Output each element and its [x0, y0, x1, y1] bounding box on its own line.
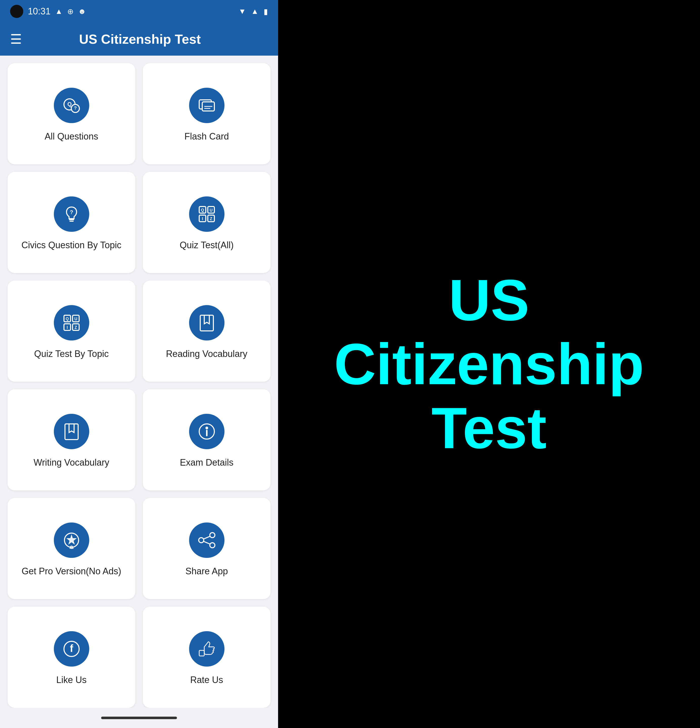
writing-vocabulary-icon-circle	[54, 414, 89, 449]
svg-text:I: I	[67, 325, 68, 329]
svg-rect-43	[199, 650, 204, 656]
writing-vocabulary-label: Writing Vocabulary	[33, 457, 109, 469]
grid-item-writing-vocabulary[interactable]: Writing Vocabulary	[7, 389, 135, 490]
reading-vocabulary-label: Reading Vocabulary	[166, 348, 247, 360]
grid-item-facebook[interactable]: f Like Us	[7, 607, 135, 708]
star-badge-icon	[61, 530, 82, 550]
menu-grid: Q ? All Questions Flash Card	[0, 56, 278, 708]
civics-icon-circle: ?	[54, 196, 89, 232]
svg-text:f: f	[70, 643, 73, 654]
exam-details-label: Exam Details	[180, 457, 233, 469]
grid-item-rate-us[interactable]: Rate Us	[143, 607, 270, 708]
svg-text:Q: Q	[67, 101, 72, 107]
svg-point-37	[199, 538, 204, 543]
app-title: US Citizenship Test	[32, 32, 248, 47]
exam-details-icon-circle	[189, 414, 224, 449]
quiz-test-all-icon-circle: Q U I Z	[189, 196, 224, 232]
quiz-test-by-topic-icon-circle: Q U I Z	[54, 305, 89, 341]
thumbs-up-icon	[197, 639, 217, 659]
info-circle-icon	[197, 421, 217, 442]
grid-item-get-pro-version[interactable]: Get Pro Version(No Ads)	[7, 498, 135, 599]
svg-text:U: U	[210, 208, 213, 212]
svg-text:U: U	[74, 317, 77, 321]
flash-card-icon	[197, 95, 217, 116]
svg-text:Q: Q	[65, 317, 68, 321]
grid-item-quiz-test-all[interactable]: Q U I Z Quiz Test(All)	[143, 172, 270, 273]
svg-line-39	[204, 536, 210, 539]
svg-rect-28	[65, 424, 78, 439]
svg-text:?: ?	[70, 209, 73, 215]
home-indicator	[101, 716, 177, 719]
grid-item-all-questions[interactable]: Q ? All Questions	[7, 63, 135, 164]
wifi-icon: ▼	[239, 7, 246, 16]
facebook-icon-circle: f	[54, 631, 89, 667]
person-icon: ☻	[78, 7, 86, 16]
grid-item-reading-vocabulary[interactable]: Reading Vocabulary	[143, 280, 270, 382]
svg-marker-33	[67, 535, 76, 544]
chat-question-icon: Q ?	[61, 95, 82, 116]
reading-vocabulary-icon-circle	[189, 305, 224, 341]
share-icon	[197, 530, 217, 550]
svg-text:Z: Z	[210, 217, 213, 221]
camera-dot	[10, 5, 23, 18]
svg-text:I: I	[202, 217, 203, 221]
facebook-icon: f	[61, 639, 82, 659]
big-title: USCitizenshipTest	[319, 268, 659, 460]
signal-icon: ▲	[251, 7, 259, 16]
antenna-icon: ⊕	[67, 7, 74, 16]
alert-icon: ▲	[55, 7, 63, 16]
grid-item-share-app[interactable]: Share App	[143, 498, 270, 599]
hamburger-menu-icon[interactable]: ☰	[10, 32, 22, 47]
status-time: 10:31	[28, 6, 51, 17]
grid-item-civics-question-by-topic[interactable]: ? Civics Question By Topic	[7, 172, 135, 273]
rate-us-label: Rate Us	[190, 674, 223, 686]
svg-point-38	[210, 543, 215, 548]
right-panel: USCitizenshipTest	[278, 0, 700, 728]
civics-question-by-topic-label: Civics Question By Topic	[22, 239, 121, 251]
get-pro-version-icon-circle	[54, 523, 89, 558]
battery-icon: ▮	[264, 7, 268, 16]
flash-card-icon-circle	[189, 88, 224, 123]
quiz-test-all-label: Quiz Test(All)	[180, 239, 234, 251]
quiz-grid-all-icon: Q U I Z	[197, 204, 217, 224]
share-app-icon-circle	[189, 523, 224, 558]
svg-rect-27	[200, 315, 213, 331]
all-questions-icon-circle: Q ?	[54, 88, 89, 123]
svg-text:?: ?	[74, 105, 77, 111]
bookmark-book-write-icon	[61, 421, 82, 442]
app-bar: ☰ US Citizenship Test	[0, 23, 278, 56]
svg-point-36	[210, 533, 215, 538]
svg-text:Q: Q	[201, 208, 204, 212]
svg-line-40	[204, 542, 210, 544]
svg-text:Z: Z	[75, 325, 77, 329]
grid-item-flash-card[interactable]: Flash Card	[143, 63, 270, 164]
share-app-label: Share App	[185, 565, 228, 577]
bookmark-book-read-icon	[197, 313, 217, 333]
lightbulb-question-icon: ?	[61, 204, 82, 224]
grid-item-quiz-test-by-topic[interactable]: Q U I Z Quiz Test By Topic	[7, 280, 135, 382]
status-bar-left: 10:31 ▲ ⊕ ☻	[10, 5, 86, 18]
status-bar-right: ▼ ▲ ▮	[239, 7, 268, 16]
status-bar: 10:31 ▲ ⊕ ☻ ▼ ▲ ▮	[0, 0, 278, 23]
quiz-grid-topic-icon: Q U I Z	[61, 313, 82, 333]
get-pro-version-label: Get Pro Version(No Ads)	[22, 565, 121, 577]
svg-point-31	[206, 427, 208, 429]
grid-item-exam-details[interactable]: Exam Details	[143, 389, 270, 490]
phone-panel: 10:31 ▲ ⊕ ☻ ▼ ▲ ▮ ☰ US Citizenship Test …	[0, 0, 278, 728]
flash-card-label: Flash Card	[184, 131, 229, 143]
all-questions-label: All Questions	[45, 131, 98, 143]
facebook-label: Like Us	[56, 674, 87, 686]
bottom-bar	[0, 708, 278, 728]
rate-us-icon-circle	[189, 631, 224, 667]
quiz-test-by-topic-label: Quiz Test By Topic	[34, 348, 109, 360]
